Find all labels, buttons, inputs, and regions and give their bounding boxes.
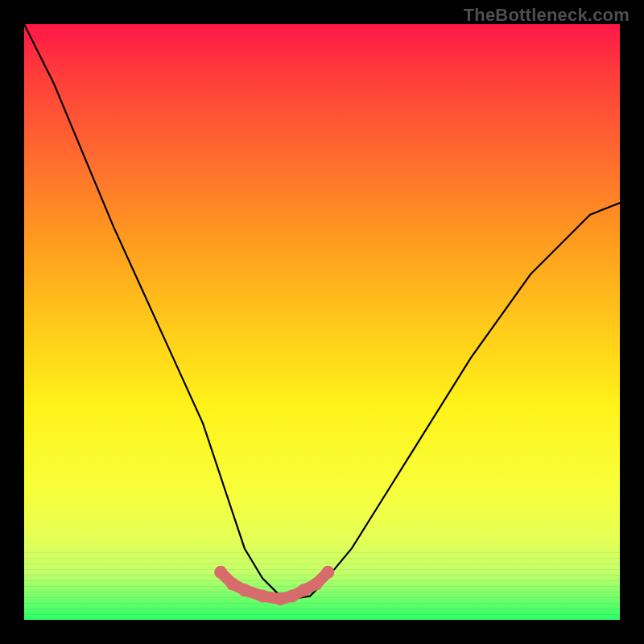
highlight-dot bbox=[321, 566, 334, 579]
highlight-dot bbox=[238, 584, 251, 597]
highlight-dot bbox=[286, 589, 299, 602]
highlight-dot bbox=[274, 592, 287, 605]
highlight-dot bbox=[226, 578, 239, 591]
watermark-text: TheBottleneck.com bbox=[464, 5, 630, 26]
highlight-dots bbox=[214, 566, 334, 605]
bottleneck-curve bbox=[24, 24, 620, 599]
chart-frame: TheBottleneck.com bbox=[0, 0, 644, 644]
highlight-dot bbox=[256, 589, 269, 602]
highlight-dot bbox=[298, 584, 311, 597]
plot-area bbox=[24, 24, 620, 620]
highlight-dot bbox=[310, 578, 323, 591]
highlight-dot bbox=[214, 566, 227, 579]
curve-layer bbox=[24, 24, 620, 620]
